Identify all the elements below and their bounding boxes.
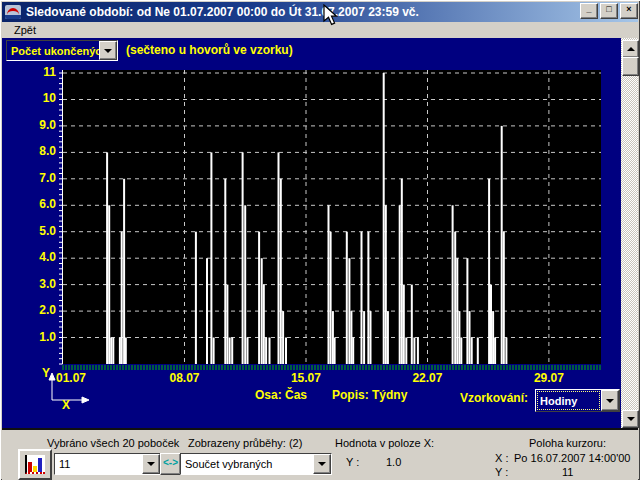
curves-combo[interactable]: Součet vybraných [180,453,332,475]
cursor-y-label: Y : [495,466,508,478]
sampling-combo-value: Hodiny [536,390,601,411]
maximize-icon: □ [606,4,611,14]
value-at-x-label: Hodnota v poloze X: [335,437,434,449]
chevron-down-icon [606,399,614,403]
menu-item-zpet[interactable]: Zpět [8,23,42,37]
metric-combo-button[interactable] [99,41,117,60]
cursor-x-value: Po 16.07.2007 14:00'00 [514,452,630,464]
y-tick-label: 9.0 [20,118,56,132]
x-tick-label: 01.07 [49,371,93,385]
axis-name-label: Osa: Čas [255,388,307,402]
x-tick-label: 29.07 [527,371,571,385]
app-icon [5,5,21,19]
minimize-button[interactable]: _ [580,3,598,19]
x-tick-label: 08.07 [162,371,206,385]
metric-combo-value: Počet ukončených [7,41,99,60]
close-button[interactable]: × [620,3,638,19]
y-tick-label: 4.0 [20,250,56,264]
bar-chart-icon [25,455,45,474]
y-axis-letter: Y [42,366,50,380]
branches-combo[interactable]: 11 [54,453,161,475]
x-tick-label: 15.07 [284,371,328,385]
y-tick-label: 7.0 [20,171,56,185]
value-at-x-y-label: Y : [346,456,359,468]
window-title: Sledované období: od Ne 01.07.2007 00:00… [26,5,419,19]
curves-combo-button[interactable] [313,454,331,474]
scroll-up-button[interactable] [622,40,639,58]
y-tick-label: 10 [20,91,56,105]
menu-bar: Zpět [2,22,638,38]
y-tick-label: 5.0 [20,224,56,238]
chart-panel [2,38,622,428]
title-bar: Sledované období: od Ne 01.07.2007 00:00… [2,2,638,22]
metric-combo[interactable]: Počet ukončených [6,40,118,61]
vertical-scrollbar[interactable] [621,38,638,428]
value-at-x-y-value: 1.0 [386,456,401,468]
swap-button[interactable]: <-> [160,453,181,475]
sampling-combo-button[interactable] [601,390,619,411]
branches-label: Vybráno všech 20 poboček [47,437,179,449]
x-tick-label: 22.07 [405,371,449,385]
sampling-combo[interactable]: Hodiny [535,389,620,412]
axis-description-label: Popis: Týdny [332,388,407,402]
cursor-y-value: 11 [562,466,573,478]
y-tick-label: 2.0 [20,303,56,317]
sampling-label: Vzorkování: [460,391,528,405]
chevron-down-icon [318,462,326,466]
cursor-x-label: X : [495,452,508,464]
minimize-icon: _ [586,4,591,14]
arrow-down-icon [627,417,635,421]
scroll-down-button[interactable] [622,410,639,428]
scrollbar-thumb[interactable] [622,57,639,76]
y-tick-label: 8.0 [20,144,56,158]
maximize-button[interactable]: □ [600,3,618,19]
cursor-position-label: Poloha kurzoru: [529,437,606,449]
chevron-down-icon [104,49,112,53]
y-tick-label: 6.0 [20,197,56,211]
x-axis-letter: X [62,398,70,412]
y-tick-label: 11 [20,65,56,79]
chart-type-button[interactable] [18,449,52,480]
branches-combo-button[interactable] [142,454,160,474]
close-icon: × [626,4,631,14]
chevron-down-icon [147,462,155,466]
arrow-up-icon [627,47,635,51]
y-tick-label: 3.0 [20,277,56,291]
y-tick-label: 1.0 [20,330,56,344]
app-window: Sledované období: od Ne 01.07.2007 00:00… [0,0,640,480]
curves-combo-value: Součet vybraných [181,454,313,474]
branches-combo-value: 11 [55,454,142,474]
status-bar: Vybráno všech 20 poboček 11 <-> Zobrazen… [2,428,638,480]
chart-subtitle: (sečteno u hovorů ve vzorku) [126,43,293,57]
curves-label: Zobrazeny průběhy: (2) [188,437,302,449]
